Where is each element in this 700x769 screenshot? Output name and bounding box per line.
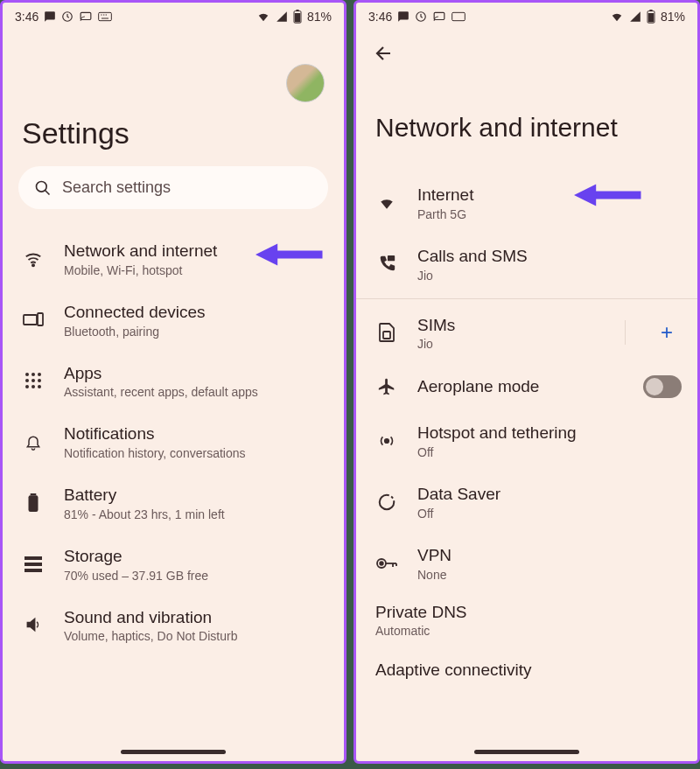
sync-icon: [61, 10, 74, 23]
row-aeroplane[interactable]: Aeroplane mode: [356, 363, 697, 410]
row-hotspot[interactable]: Hotspot and tethering Off: [356, 410, 697, 472]
chat-icon: [44, 10, 56, 23]
row-sub: 81% - About 23 hrs, 1 min left: [64, 507, 328, 521]
svg-point-12: [32, 264, 34, 266]
svg-rect-2: [99, 12, 112, 20]
keyboard-icon: [98, 11, 112, 22]
hotspot-icon: [375, 431, 398, 451]
row-internet[interactable]: Internet Parth 5G: [356, 172, 697, 234]
back-button[interactable]: [372, 41, 396, 66]
row-sound[interactable]: Sound and vibration Volume, haptics, Do …: [3, 595, 344, 656]
svg-rect-36: [383, 332, 390, 339]
row-sub: Mobile, Wi-Fi, hotspot: [64, 263, 328, 277]
settings-list: Network and internet Mobile, Wi-Fi, hots…: [3, 225, 344, 659]
page-title: Network and internet: [356, 78, 697, 169]
status-bar: 3:46 81%: [356, 3, 697, 29]
apps-icon: [22, 372, 45, 389]
svg-point-17: [38, 373, 41, 376]
row-battery[interactable]: Battery 81% - About 23 hrs, 1 min left: [3, 472, 344, 534]
svg-rect-34: [648, 13, 654, 22]
row-title: Battery: [64, 485, 328, 506]
row-sub: 70% used – 37.91 GB free: [64, 569, 328, 583]
search-placeholder: Search settings: [62, 178, 171, 197]
svg-rect-13: [24, 315, 37, 325]
search-bar[interactable]: Search settings: [18, 166, 328, 209]
svg-point-20: [38, 379, 41, 382]
row-title: VPN: [417, 545, 682, 566]
sync-icon: [415, 10, 427, 23]
svg-rect-31: [452, 12, 466, 20]
battery-icon: [293, 10, 302, 24]
row-notifications[interactable]: Notifications Notification history, conv…: [3, 411, 344, 472]
keyboard-icon: [452, 11, 466, 22]
row-sub: Assistant, recent apps, default apps: [64, 385, 328, 399]
aeroplane-toggle[interactable]: [643, 375, 682, 398]
svg-rect-9: [295, 13, 300, 22]
row-sims[interactable]: SIMs Jio +: [356, 303, 697, 364]
row-connected-devices[interactable]: Connected devices Bluetooth, pairing: [3, 290, 344, 351]
row-sub: Jio: [417, 337, 598, 351]
svg-rect-1: [80, 12, 91, 19]
svg-rect-8: [296, 10, 298, 11]
battery-icon: [22, 493, 45, 513]
row-calls-sms[interactable]: Calls and SMS Jio: [356, 234, 697, 295]
battery-percent: 81%: [661, 10, 685, 24]
row-sub: Bluetooth, pairing: [64, 325, 328, 339]
status-bar: 3:46 81%: [3, 3, 344, 29]
sim-icon: [375, 323, 398, 342]
row-title: Internet: [417, 185, 682, 206]
svg-rect-35: [388, 255, 395, 261]
row-sub: Parth 5G: [417, 207, 682, 221]
svg-rect-30: [434, 12, 444, 19]
search-icon: [34, 179, 52, 197]
svg-rect-33: [649, 10, 652, 11]
row-title: Network and internet: [64, 241, 328, 262]
svg-line-11: [46, 190, 50, 194]
clock: 3:46: [368, 10, 392, 24]
vpn-key-icon: [375, 557, 398, 570]
svg-point-22: [32, 385, 35, 388]
nav-handle[interactable]: [474, 750, 579, 754]
cast-icon: [432, 10, 446, 23]
row-vpn[interactable]: VPN None: [356, 533, 697, 594]
row-datasaver[interactable]: Data Saver Off: [356, 472, 697, 533]
adaptive-title[interactable]: Adaptive connectivity: [356, 648, 697, 680]
add-sim-button[interactable]: +: [652, 320, 682, 345]
network-phone: 3:46 81% Network and internet Internet P…: [354, 0, 700, 764]
divider: [625, 320, 626, 345]
battery-icon: [647, 10, 655, 24]
svg-rect-28: [24, 569, 42, 572]
private-dns-sub: Automatic: [356, 622, 697, 648]
bell-icon: [22, 432, 45, 451]
row-title: Data Saver: [417, 484, 682, 505]
row-title: Calls and SMS: [417, 246, 682, 267]
wifi-icon: [22, 249, 45, 269]
svg-rect-26: [24, 556, 42, 560]
row-title: Notifications: [64, 423, 328, 444]
row-title: Hotspot and tethering: [417, 423, 682, 444]
row-network-internet[interactable]: Network and internet Mobile, Wi-Fi, hots…: [3, 228, 344, 290]
airplane-icon: [375, 377, 398, 396]
network-list: Internet Parth 5G Calls and SMS Jio: [356, 169, 697, 683]
row-title: SIMs: [417, 315, 598, 336]
sound-icon: [22, 616, 45, 633]
row-apps[interactable]: Apps Assistant, recent apps, default app…: [3, 351, 344, 412]
devices-icon: [22, 312, 45, 328]
row-title: Sound and vibration: [64, 607, 328, 628]
svg-rect-27: [24, 563, 42, 566]
settings-phone: 3:46 81%: [0, 0, 346, 764]
row-sub: Notification history, conversations: [64, 446, 328, 460]
svg-point-18: [25, 379, 29, 382]
svg-point-21: [25, 385, 29, 388]
cast-icon: [79, 10, 93, 23]
row-storage[interactable]: Storage 70% used – 37.91 GB free: [3, 534, 344, 595]
wifi-icon: [610, 10, 624, 23]
storage-icon: [22, 556, 45, 572]
avatar[interactable]: [286, 64, 325, 102]
private-dns-title[interactable]: Private DNS: [356, 594, 697, 622]
divider: [356, 298, 697, 299]
wifi-filled-icon: [375, 195, 398, 211]
row-sub: Jio: [417, 269, 682, 283]
svg-point-10: [37, 181, 47, 192]
nav-handle[interactable]: [121, 750, 226, 754]
